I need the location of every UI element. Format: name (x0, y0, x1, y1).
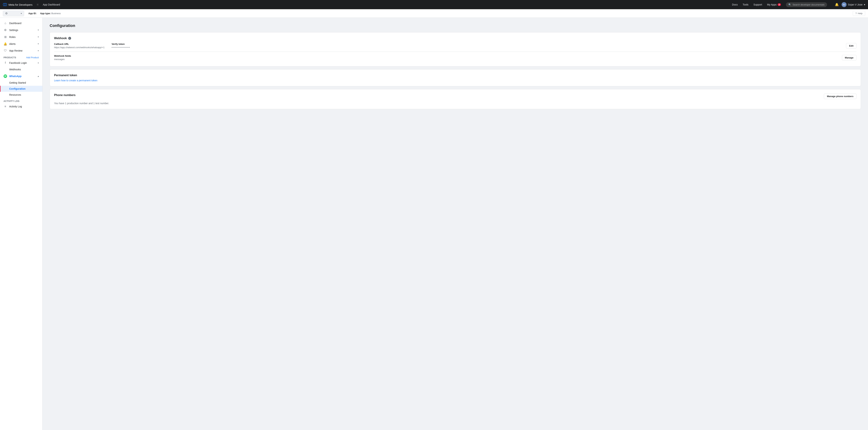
nav-app-dashboard[interactable]: App Dashboard (43, 3, 60, 6)
activity-log-section-label: Activity Log (0, 98, 42, 103)
nav-my-apps[interactable]: My Apps 2 (767, 3, 781, 6)
my-apps-badge: 2 (778, 3, 781, 6)
sidebar-item-activity-log[interactable]: ≡ Activity Log (0, 103, 42, 110)
main-content: Configuration Webhook i Callback URL htt… (42, 18, 868, 430)
search-icon: 🔍 (788, 3, 791, 6)
nav-right-actions: 🔔 SJ Sojan V Jose ▾ (835, 2, 865, 7)
phone-numbers-description: You have 1 production number and 1 test … (54, 102, 857, 105)
user-menu-chevron-icon: ▾ (864, 3, 865, 6)
callback-url-group: Callback URL https://app.chatwoot.com/we… (54, 43, 104, 49)
activity-log-icon: ≡ (4, 105, 7, 108)
svg-point-1 (5, 3, 7, 6)
add-product-link[interactable]: Add Product (26, 56, 39, 59)
webhook-card-divider (54, 52, 857, 52)
whatsapp-icon: W (4, 74, 7, 78)
verify-token-group: Verify token •••••••••••••••• (112, 43, 130, 49)
facebook-login-icon: f (4, 61, 7, 65)
search-input[interactable] (793, 3, 825, 6)
avatar: SJ (842, 2, 846, 7)
app-id-field: App ID: (28, 12, 36, 15)
dashboard-label: Dashboard (9, 22, 39, 25)
page-title: Configuration (50, 23, 861, 28)
nav-divider: ≡ (37, 3, 39, 6)
home-icon: ⌂ (4, 22, 7, 25)
webhook-url-row: Callback URL https://app.chatwoot.com/we… (54, 43, 857, 49)
sidebar-item-settings[interactable]: ⚙ Settings ▾ (0, 27, 42, 33)
webhook-fields-label: Webhook fields (54, 55, 71, 57)
webhook-card-title: Webhook i (54, 37, 71, 40)
roles-label: Roles (9, 36, 36, 38)
nav-tools-link[interactable]: Tools (743, 3, 748, 6)
app-review-label: App Review (9, 49, 36, 52)
sidebar-item-roles[interactable]: ⊞ Roles ▾ (0, 33, 42, 40)
permanent-token-card: Permanent token Learn how to create a pe… (50, 69, 861, 86)
sidebar-item-configuration[interactable]: Configuration (0, 86, 42, 92)
app-selector-gear-icon: ⚙ (5, 12, 8, 15)
main-layout: ⌂ Dashboard ⚙ Settings ▾ ⊞ Roles ▾ 🔔 Ale… (0, 18, 868, 430)
meta-logo[interactable]: Meta for Developers (3, 2, 32, 7)
nav-center: Docs Tools Support My Apps 2 🔍 🔔 SJ Soja… (732, 2, 865, 7)
sidebar-item-webhooks[interactable]: Webhooks (0, 66, 42, 73)
sidebar-item-app-review[interactable]: 🛡 App Review ▾ (0, 47, 42, 54)
app-bar: ⚙ ▾ App ID: App type: Business ? Help (0, 9, 868, 18)
getting-started-label: Getting Started (9, 81, 26, 84)
sidebar: ⌂ Dashboard ⚙ Settings ▾ ⊞ Roles ▾ 🔔 Ale… (0, 18, 42, 430)
app-type-value: Business (52, 12, 61, 15)
user-name-label: Sojan V Jose (848, 3, 863, 6)
sidebar-item-alerts[interactable]: 🔔 Alerts ▾ (0, 40, 42, 47)
learn-permanent-token-link[interactable]: Learn how to create a permanent token (54, 79, 97, 82)
callback-url-label: Callback URL (54, 43, 104, 45)
svg-point-0 (3, 3, 5, 6)
phone-numbers-title: Phone numbers (54, 94, 75, 97)
resources-label: Resources (9, 93, 21, 96)
alerts-chevron-icon: ▾ (38, 43, 39, 45)
settings-gear-icon: ⚙ (4, 28, 7, 32)
user-menu[interactable]: SJ Sojan V Jose ▾ (842, 2, 865, 7)
notifications-bell-icon[interactable]: 🔔 (835, 3, 839, 6)
manage-webhook-button[interactable]: Manage (842, 55, 857, 60)
whatsapp-label: WhatsApp (9, 75, 36, 77)
webhook-card: Webhook i Callback URL https://app.chatw… (50, 32, 861, 66)
app-review-shield-icon: 🛡 (4, 49, 7, 52)
app-type-field: App type: Business (40, 12, 61, 15)
nav-search-bar[interactable]: 🔍 (786, 2, 827, 7)
my-apps-label: My Apps (767, 3, 777, 6)
help-button[interactable]: ? Help (853, 11, 865, 16)
sidebar-item-whatsapp[interactable]: W WhatsApp ▴ (0, 73, 42, 80)
webhooks-label: Webhooks (9, 68, 39, 71)
nav-support-link[interactable]: Support (753, 3, 762, 6)
top-navigation: Meta for Developers ≡ App Dashboard Docs… (0, 0, 868, 9)
webhook-info-icon[interactable]: i (68, 37, 71, 40)
activity-log-label: Activity Log (9, 105, 39, 108)
roles-chevron-icon: ▾ (38, 36, 39, 38)
webhook-fields-group: Webhook fields messages (54, 55, 71, 61)
sidebar-item-getting-started[interactable]: Getting Started (0, 80, 42, 86)
callback-url-value: https://app.chatwoot.com/webhooks/whatsa… (54, 46, 104, 49)
settings-label: Settings (9, 29, 36, 32)
help-label: Help (858, 12, 863, 15)
sidebar-item-resources[interactable]: Resources (0, 92, 42, 98)
roles-icon: ⊞ (4, 35, 7, 39)
sidebar-item-dashboard[interactable]: ⌂ Dashboard (0, 20, 42, 27)
products-section-label: Products Add Product (0, 54, 42, 60)
facebook-login-chevron-icon: ▾ (38, 62, 39, 64)
sidebar-item-facebook-login[interactable]: f Facebook Login ▾ (0, 60, 42, 66)
manage-phone-numbers-button[interactable]: Manage phone numbers (824, 94, 857, 99)
verify-token-value: •••••••••••••••• (112, 46, 130, 49)
configuration-label: Configuration (9, 87, 26, 90)
edit-button[interactable]: Edit (846, 43, 857, 48)
facebook-login-label: Facebook Login (9, 62, 36, 64)
permanent-token-title: Permanent token (54, 74, 857, 77)
nav-docs-link[interactable]: Docs (732, 3, 738, 6)
webhook-card-header: Webhook i (54, 37, 857, 40)
whatsapp-chevron-icon: ▴ (38, 75, 39, 77)
app-bar-info: App ID: App type: Business (28, 12, 61, 15)
phone-numbers-card: Phone numbers Manage phone numbers You h… (50, 89, 861, 109)
meta-logo-text: Meta for Developers (8, 3, 32, 6)
app-review-chevron-icon: ▾ (38, 49, 39, 52)
webhook-fields-value: messages (54, 58, 71, 61)
webhook-fields-row: Webhook fields messages Manage (54, 55, 857, 61)
app-selector[interactable]: ⚙ ▾ (3, 10, 24, 16)
settings-chevron-icon: ▾ (38, 29, 39, 31)
alerts-bell-icon: 🔔 (4, 42, 7, 45)
